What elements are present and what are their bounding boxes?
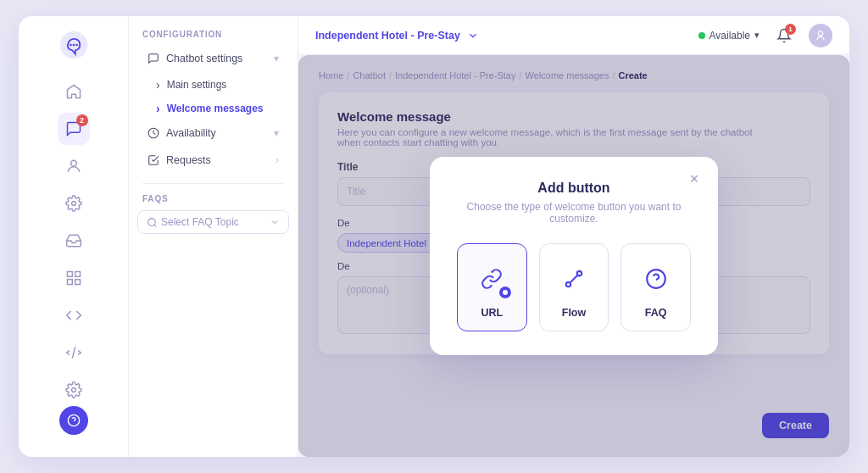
faqs-label: FAQS <box>129 194 298 203</box>
chatbot-settings-icon <box>147 53 159 64</box>
url-option-icon <box>472 259 511 298</box>
status-selector[interactable]: Available ▾ <box>698 30 760 42</box>
flow-icon <box>563 268 585 290</box>
faq-select-placeholder: Select FAQ Topic <box>161 216 270 228</box>
modal-options: URL Fl <box>457 243 691 331</box>
home-icon <box>65 83 82 100</box>
url-option-label: URL <box>481 307 503 319</box>
sidebar-item-inbox[interactable] <box>58 225 90 257</box>
contacts-icon <box>65 158 82 175</box>
sidebar-item-contacts[interactable] <box>58 150 90 182</box>
availability-item[interactable]: Availability ▾ <box>134 120 292 146</box>
code-icon <box>65 344 82 361</box>
modal-subtitle: Choose the type of welcome button you wa… <box>457 201 691 225</box>
modal-dialog: × Add button Choose the type of welcome … <box>430 157 718 355</box>
requests-icon <box>147 154 159 166</box>
sidebar-item-chatbot[interactable]: 2 <box>58 113 90 145</box>
status-label: Available <box>709 30 750 42</box>
inbox-icon <box>65 232 82 249</box>
welcome-messages-label: Welcome messages <box>167 103 264 114</box>
top-bar: Independent Hotel - Pre-Stay Available ▾… <box>298 16 849 55</box>
workspace-selector[interactable]: Independent Hotel - Pre-Stay <box>315 30 479 42</box>
availability-icon <box>147 127 159 139</box>
svg-point-4 <box>70 160 76 166</box>
modal-title: Add button <box>457 181 691 196</box>
faq-option-label: FAQ <box>645 307 667 319</box>
sidebar-item-settings-top[interactable] <box>58 187 90 220</box>
svg-line-15 <box>154 225 156 226</box>
svg-point-17 <box>566 282 570 287</box>
faq-topic-select[interactable]: Select FAQ Topic <box>137 210 289 234</box>
requests-chevron: › <box>275 154 279 166</box>
workspace-name: Independent Hotel - Pre-Stay <box>315 30 460 42</box>
svg-point-3 <box>75 44 78 47</box>
requests-label: Requests <box>166 154 211 166</box>
chevron-down-icon <box>270 217 280 227</box>
sidebar-item-home[interactable] <box>58 75 90 108</box>
option-faq[interactable]: FAQ <box>620 243 691 331</box>
requests-item[interactable]: Requests › <box>134 147 292 173</box>
svg-line-9 <box>72 347 75 358</box>
app-logo <box>58 30 89 60</box>
integrations-icon <box>65 307 82 324</box>
chatbot-settings-item[interactable]: Chatbot settings ▾ <box>134 46 292 71</box>
sidebar-item-code[interactable] <box>58 337 90 369</box>
help-icon <box>67 414 81 427</box>
gear-bottom-icon <box>65 381 82 398</box>
faq-option-icon <box>637 259 676 298</box>
modal-close-button[interactable]: × <box>684 169 704 189</box>
svg-rect-6 <box>67 272 72 277</box>
availability-label: Availability <box>166 127 216 139</box>
user-avatar[interactable] <box>809 24 832 47</box>
left-panel: CONFIGURATION Chatbot settings ▾ Main se… <box>129 16 298 457</box>
faq-icon <box>645 268 667 290</box>
svg-point-5 <box>71 202 75 206</box>
modal-overlay: × Add button Choose the type of welcome … <box>298 55 849 457</box>
svg-point-10 <box>71 388 75 392</box>
help-button[interactable] <box>59 406 88 435</box>
chatbot-settings-label: Chatbot settings <box>166 53 242 64</box>
reports-icon <box>65 270 82 287</box>
sidebar: 2 <box>19 16 129 457</box>
search-icon <box>147 217 158 228</box>
panel-divider <box>142 183 284 184</box>
svg-rect-8 <box>67 280 72 285</box>
gear-top-icon <box>65 195 82 212</box>
url-selected-dot <box>498 285 513 300</box>
svg-point-16 <box>818 31 822 35</box>
svg-point-1 <box>70 44 72 47</box>
main-settings-subitem[interactable]: Main settings <box>129 73 298 97</box>
option-flow[interactable]: Flow <box>539 243 609 331</box>
status-chevron: ▾ <box>754 30 760 41</box>
app-container: 2 <box>19 16 849 457</box>
configuration-label: CONFIGURATION <box>129 30 298 39</box>
chatbot-settings-chevron: ▾ <box>274 53 279 64</box>
option-url[interactable]: URL <box>457 243 527 331</box>
sidebar-item-reports[interactable] <box>58 262 90 294</box>
main-content: Independent Hotel - Pre-Stay Available ▾… <box>298 16 849 457</box>
user-icon <box>814 29 827 42</box>
svg-point-14 <box>148 218 156 225</box>
sidebar-bottom <box>59 406 88 443</box>
status-dot <box>698 32 705 39</box>
content-area: Home / Chatbot / Independent Hotel - Pre… <box>298 55 849 457</box>
notification-button[interactable]: 1 <box>771 23 797 48</box>
main-settings-label: Main settings <box>167 79 227 91</box>
svg-rect-7 <box>75 272 80 277</box>
chatbot-badge: 2 <box>76 114 88 126</box>
sidebar-item-gear-bottom[interactable] <box>58 374 90 406</box>
notification-badge: 1 <box>785 24 796 35</box>
topbar-right: Available ▾ 1 <box>698 23 832 48</box>
sidebar-nav: 2 <box>19 75 128 406</box>
workspace-chevron-icon <box>467 30 479 42</box>
flow-option-icon <box>554 259 593 298</box>
availability-chevron: ▾ <box>274 127 279 139</box>
welcome-messages-subitem[interactable]: Welcome messages <box>129 97 298 120</box>
sidebar-item-integrations[interactable] <box>58 299 90 331</box>
svg-point-2 <box>72 44 75 47</box>
flow-option-label: Flow <box>562 307 586 319</box>
